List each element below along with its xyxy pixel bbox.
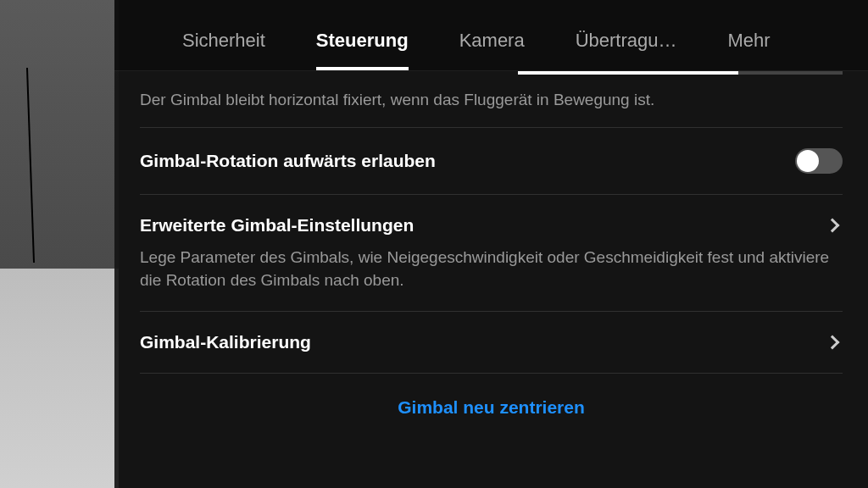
chevron-right-icon [826, 218, 840, 232]
toggle-knob [797, 150, 819, 172]
slider-fill [518, 71, 738, 75]
camera-preview-background [0, 0, 119, 488]
tab-kamera[interactable]: Kamera [459, 30, 525, 70]
tab-steuerung[interactable]: Steuerung [316, 30, 409, 70]
gimbal-fixed-description: Der Gimbal bleibt horizontal fixiert, we… [140, 71, 843, 128]
chevron-right-icon [826, 335, 840, 349]
advanced-settings-description: Lege Parameter des Gimbals, wie Neigeges… [140, 246, 843, 312]
advanced-settings-label: Erweiterte Gimbal-Einstellungen [140, 215, 414, 236]
row-advanced-gimbal-settings[interactable]: Erweiterte Gimbal-Einstellungen [140, 195, 843, 246]
row-gimbal-calibration[interactable]: Gimbal-Kalibrierung [140, 312, 843, 374]
tab-sicherheit[interactable]: Sicherheit [182, 30, 265, 70]
row-allow-up-rotation: Gimbal-Rotation aufwärts erlauben [140, 128, 843, 195]
calibration-label: Gimbal-Kalibrierung [140, 332, 311, 352]
settings-tabs: Sicherheit Steuerung Kamera Übertragu… M… [114, 0, 868, 71]
allow-up-rotation-toggle[interactable] [795, 148, 843, 174]
settings-content: Der Gimbal bleibt horizontal fixiert, we… [114, 71, 868, 441]
recenter-gimbal-button[interactable]: Gimbal neu zentrieren [398, 397, 585, 417]
tab-mehr[interactable]: Mehr [728, 30, 771, 70]
slider-track[interactable] [518, 71, 843, 75]
settings-panel: Sicherheit Steuerung Kamera Übertragu… M… [114, 0, 868, 488]
allow-up-rotation-label: Gimbal-Rotation aufwärts erlauben [140, 151, 436, 171]
tab-uebertragung[interactable]: Übertragu… [576, 30, 677, 70]
row-recenter-gimbal: Gimbal neu zentrieren [140, 374, 843, 441]
